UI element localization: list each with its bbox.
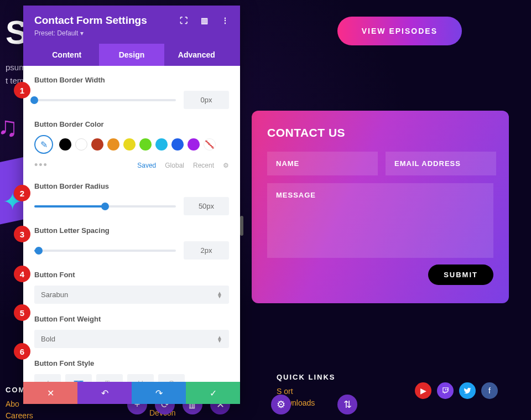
color-swatch-cyan[interactable] xyxy=(155,138,168,151)
more-colors-icon[interactable]: ••• xyxy=(34,159,48,171)
tab-advanced[interactable]: Advanced xyxy=(164,44,229,66)
footer-link-careers[interactable]: Careers xyxy=(6,411,33,420)
border-width-value[interactable]: 0px xyxy=(184,91,229,109)
color-swatch-black[interactable] xyxy=(59,138,71,151)
youtube-icon[interactable]: ▶ xyxy=(415,382,431,399)
color-swatch-green[interactable] xyxy=(139,138,152,151)
view-episodes-button[interactable]: VIEW EPISODES xyxy=(337,17,462,45)
select-arrows-icon: ▲▼ xyxy=(217,336,222,343)
border-radius-slider[interactable] xyxy=(34,205,176,208)
submit-button[interactable]: SUBMIT xyxy=(428,265,493,285)
color-swatch-brown[interactable] xyxy=(91,138,103,151)
section-settings-button[interactable]: ⚙ xyxy=(271,395,291,414)
color-swatch-orange[interactable] xyxy=(107,138,119,151)
twitter-icon[interactable] xyxy=(459,382,476,399)
uppercase-button[interactable]: TT xyxy=(65,374,92,382)
message-field[interactable] xyxy=(267,183,493,258)
more-icon[interactable]: ⋮ xyxy=(221,16,229,25)
letter-spacing-slider[interactable] xyxy=(34,250,176,252)
preset-dropdown[interactable]: Preset: Default ▾ xyxy=(34,29,229,37)
border-width-label: Button Border Width xyxy=(34,76,229,84)
letter-spacing-label: Button Letter Spacing xyxy=(34,226,229,235)
annotation-badge-1: 1 xyxy=(14,82,30,98)
panel-scrollbar[interactable] xyxy=(240,216,243,236)
panel-body[interactable]: Button Border Width 0px Button Border Co… xyxy=(23,66,240,382)
underline-button[interactable]: U xyxy=(127,374,154,382)
divi-section-toolbar: ⚙ ⇅ xyxy=(266,389,363,420)
annotation-badge-3: 3 xyxy=(14,226,30,242)
panel-footer: ✕ ↶ ↷ ✓ xyxy=(23,382,240,404)
italic-button[interactable]: I xyxy=(34,374,61,382)
contact-heading: CONTACT US xyxy=(267,126,493,139)
cancel-button[interactable]: ✕ xyxy=(23,382,77,404)
font-select[interactable]: Sarabun ▲▼ xyxy=(34,286,229,304)
color-tab-saved[interactable]: Saved xyxy=(137,162,156,169)
music-note-icon: ♫ xyxy=(0,111,18,143)
font-weight-select[interactable]: Bold ▲▼ xyxy=(34,330,229,348)
color-swatch-white[interactable] xyxy=(75,138,87,151)
color-swatch-blue[interactable] xyxy=(171,138,184,151)
annotation-badge-2: 2 xyxy=(14,185,30,201)
color-tab-recent[interactable]: Recent xyxy=(193,162,214,169)
expand-icon[interactable]: ⛶ xyxy=(180,16,188,25)
border-color-label: Button Border Color xyxy=(34,120,229,128)
tab-content[interactable]: Content xyxy=(34,44,99,66)
panel-title-text: Contact Form Settings xyxy=(34,14,147,27)
annotation-badge-6: 6 xyxy=(14,343,30,360)
color-swatch-yellow[interactable] xyxy=(123,138,136,151)
border-radius-label: Button Border Radius xyxy=(34,182,229,190)
twitch-icon[interactable] xyxy=(437,382,454,399)
annotation-badge-5: 5 xyxy=(14,304,30,321)
select-arrows-icon: ▲▼ xyxy=(217,292,222,298)
email-field[interactable] xyxy=(386,152,496,175)
color-tab-global[interactable]: Global xyxy=(165,162,184,169)
smallcaps-button[interactable]: Tᴛ xyxy=(96,374,123,382)
color-swatch-purple[interactable] xyxy=(188,138,200,151)
font-label: Button Font xyxy=(34,271,229,279)
responsive-icon[interactable]: ▥ xyxy=(201,16,208,25)
font-weight-label: Button Font Weight xyxy=(34,315,229,323)
section-sort-button[interactable]: ⇅ xyxy=(337,395,357,414)
footer-quicklinks-heading: QUICK LINKS xyxy=(277,373,336,381)
color-settings-icon[interactable]: ⚙ xyxy=(223,162,229,169)
letter-spacing-value[interactable]: 2px xyxy=(184,241,229,260)
settings-panel: Contact Form Settings ⛶ ▥ ⋮ Preset: Defa… xyxy=(23,6,240,404)
border-radius-value[interactable]: 50px xyxy=(184,197,229,215)
border-width-slider[interactable] xyxy=(34,99,176,101)
panel-header: Contact Form Settings ⛶ ▥ ⋮ Preset: Defa… xyxy=(23,6,240,66)
strikethrough-button[interactable]: S xyxy=(158,374,185,382)
save-button[interactable]: ✓ xyxy=(186,382,240,404)
tab-design[interactable]: Design xyxy=(99,44,164,66)
redo-button[interactable]: ↷ xyxy=(132,382,186,404)
color-swatch-none[interactable] xyxy=(204,138,216,151)
contact-form-preview: CONTACT US SUBMIT xyxy=(252,111,509,303)
name-field[interactable] xyxy=(267,152,378,175)
annotation-badge-4: 4 xyxy=(14,266,30,282)
font-style-label: Button Font Style xyxy=(34,359,229,367)
facebook-icon[interactable]: f xyxy=(481,382,498,399)
eyedropper-icon[interactable]: ✎ xyxy=(34,135,53,154)
undo-button[interactable]: ↶ xyxy=(77,382,132,404)
